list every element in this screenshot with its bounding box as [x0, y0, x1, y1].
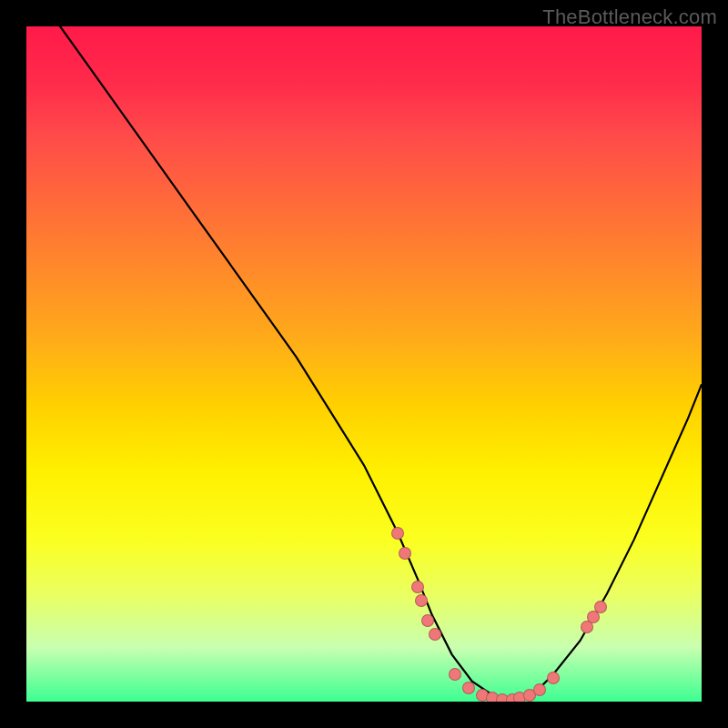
plot-area — [26, 26, 702, 702]
data-point — [533, 683, 546, 696]
data-point — [429, 628, 441, 641]
data-point — [594, 601, 607, 613]
data-point — [391, 527, 404, 540]
data-point — [399, 547, 411, 560]
data-point — [415, 594, 428, 607]
chart-frame: TheBottleneck.com — [0, 0, 728, 728]
data-point — [547, 672, 560, 684]
